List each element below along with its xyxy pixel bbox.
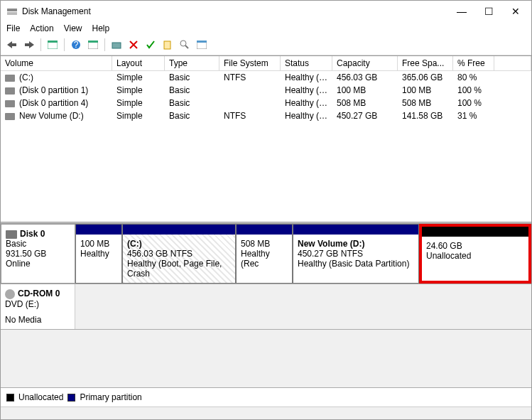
table-row[interactable]: (Disk 0 partition 4)SimpleBasicHealthy (… [1, 97, 531, 109]
svg-rect-9 [88, 41, 98, 43]
cdrom-name: CD-ROM 0 [18, 289, 60, 298]
svg-point-12 [180, 41, 186, 46]
volume-rows: (C:)SimpleBasicNTFSHealthy (B...456.03 G… [1, 71, 531, 122]
search-button[interactable] [178, 38, 192, 52]
menu-help[interactable]: Help [92, 23, 110, 33]
menu-view[interactable]: View [64, 23, 82, 33]
refresh-button[interactable] [109, 38, 124, 52]
toolbar: ? [1, 36, 531, 55]
window-title: Disk Management [22, 6, 456, 16]
settings-button[interactable] [86, 38, 100, 52]
legend-unallocated: Unallocated [18, 392, 63, 402]
partition-508mb[interactable]: 508 MB Healthy (Rec [236, 224, 293, 284]
disk-icon [6, 230, 17, 239]
svg-rect-10 [112, 43, 121, 48]
disk0-name: Disk 0 [20, 229, 45, 239]
svg-line-13 [185, 45, 188, 48]
cdrom-row: CD-ROM 0 DVD (E:) No Media [1, 284, 531, 330]
cdrom-state: No Media [5, 315, 70, 325]
col-free[interactable]: Free Spa... [398, 56, 453, 70]
col-filesystem[interactable]: File System [219, 56, 281, 70]
cdrom-empty-area [75, 284, 531, 329]
svg-text:?: ? [74, 40, 79, 50]
statusbar [1, 406, 531, 419]
volume-list-pane: Volume Layout Type File System Status Ca… [1, 55, 531, 222]
minimize-button[interactable]: — [456, 6, 467, 17]
disk0-row: Disk 0 Basic 931.50 GB Online 100 MB Hea… [1, 224, 531, 284]
svg-rect-1 [7, 12, 17, 15]
disk0-state: Online [6, 259, 70, 269]
table-row[interactable]: (C:)SimpleBasicNTFSHealthy (B...456.03 G… [1, 71, 531, 84]
new-button[interactable] [161, 38, 175, 52]
back-button[interactable] [5, 38, 19, 52]
menu-file[interactable]: File [6, 23, 20, 33]
disk0-header[interactable]: Disk 0 Basic 931.50 GB Online [1, 224, 75, 284]
col-volume[interactable]: Volume [1, 56, 112, 70]
menu-action[interactable]: Action [30, 23, 53, 33]
partition-d[interactable]: New Volume (D:) 450.27 GB NTFS Healthy (… [293, 224, 419, 284]
table-row[interactable]: New Volume (D:)SimpleBasicNTFSHealthy (B… [1, 109, 531, 122]
graphical-blank [1, 330, 531, 387]
help-button[interactable]: ? [69, 38, 83, 52]
col-end [494, 56, 531, 70]
col-pctfree[interactable]: % Free [453, 56, 494, 70]
disk0-partitions: 100 MB Healthy (C:) 456.03 GB NTFS Healt… [75, 224, 531, 284]
disk0-size: 931.50 GB [6, 249, 70, 259]
volume-list-blank [1, 122, 531, 222]
menubar: File Action View Help [1, 22, 531, 36]
col-type[interactable]: Type [165, 56, 219, 70]
disk0-type: Basic [6, 239, 70, 249]
col-layout[interactable]: Layout [112, 56, 165, 70]
col-capacity[interactable]: Capacity [332, 56, 398, 70]
forward-button[interactable] [22, 38, 36, 52]
partition-unallocated[interactable]: 24.60 GB Unallocated [419, 224, 531, 284]
table-row[interactable]: (Disk 0 partition 1)SimpleBasicHealthy (… [1, 84, 531, 97]
check-button[interactable] [143, 38, 158, 52]
legend-swatch-unallocated [6, 394, 14, 402]
partition-c[interactable]: (C:) 456.03 GB NTFS Healthy (Boot, Page … [122, 224, 236, 284]
close-button[interactable]: ✕ [510, 6, 521, 17]
properties-button[interactable] [195, 38, 209, 52]
svg-rect-11 [164, 41, 170, 49]
svg-rect-3 [25, 43, 29, 46]
volume-list-headers: Volume Layout Type File System Status Ca… [1, 56, 531, 71]
cdrom-header[interactable]: CD-ROM 0 DVD (E:) No Media [1, 284, 75, 329]
disk-management-window: Disk Management — ☐ ✕ File Action View H… [0, 0, 532, 420]
maximize-button[interactable]: ☐ [483, 6, 494, 17]
app-icon [6, 6, 18, 17]
legend-swatch-primary [67, 394, 75, 402]
partition-100mb[interactable]: 100 MB Healthy [75, 224, 122, 284]
cdrom-drive: DVD (E:) [5, 299, 70, 309]
svg-rect-2 [12, 43, 16, 46]
show-hide-button[interactable] [45, 38, 60, 52]
svg-rect-0 [7, 9, 17, 11]
titlebar: Disk Management — ☐ ✕ [1, 1, 531, 22]
delete-button[interactable] [126, 38, 141, 52]
legend: Unallocated Primary partition [1, 387, 531, 406]
svg-rect-5 [48, 41, 58, 43]
cdrom-icon [5, 289, 15, 299]
graphical-pane: Disk 0 Basic 931.50 GB Online 100 MB Hea… [1, 224, 531, 406]
legend-primary: Primary partition [80, 392, 141, 402]
col-status[interactable]: Status [281, 56, 332, 70]
svg-rect-15 [197, 41, 207, 43]
